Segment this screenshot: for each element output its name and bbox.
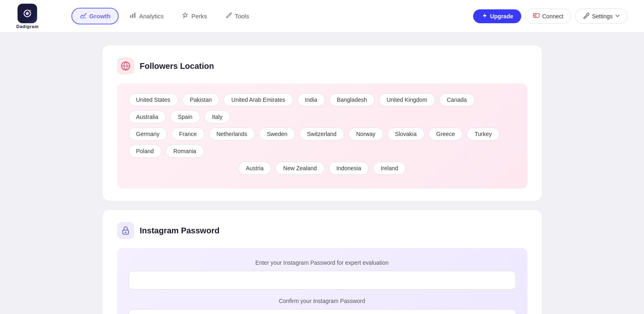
brand-name: Dadigram [16, 24, 39, 29]
location-tag[interactable]: Norway [348, 127, 383, 141]
chart-line-icon [80, 12, 87, 20]
nav-item-growth[interactable]: Growth [71, 8, 119, 24]
settings-label: Settings [592, 13, 613, 20]
location-tag[interactable]: Ireland [373, 162, 406, 175]
svg-rect-20 [125, 232, 126, 233]
nav-analytics-label: Analytics [139, 13, 164, 20]
location-tag[interactable]: Germany [128, 127, 168, 141]
location-tag[interactable]: Slovakia [387, 127, 425, 141]
nav-tools-label: Tools [235, 13, 249, 20]
password-card-icon [117, 222, 134, 239]
password-container: Enter your Instagram Password for expert… [117, 248, 527, 314]
lightning-icon [481, 13, 487, 20]
location-tag[interactable]: Pakistan [182, 93, 220, 106]
location-tag[interactable]: Netherlands [209, 127, 255, 141]
countries-row-2: GermanyFranceNetherlandsSwedenSwitzerlan… [128, 127, 516, 158]
settings-button[interactable]: Settings [575, 9, 628, 24]
svg-rect-10 [132, 14, 133, 18]
nav-item-analytics[interactable]: Analytics [122, 9, 171, 24]
followers-location-card: Followers Location United StatesPakistan… [102, 45, 542, 201]
location-tag[interactable]: Switzerland [299, 127, 344, 141]
logo[interactable]: Dadigram [16, 4, 39, 29]
main-content: Followers Location United StatesPakistan… [94, 45, 551, 314]
star-icon [181, 12, 189, 20]
nav-perks-label: Perks [191, 13, 207, 20]
location-tag[interactable]: Bangladesh [329, 93, 375, 106]
nav-items: Growth Analytics Perks [71, 8, 474, 24]
password-input-1[interactable] [128, 271, 516, 290]
svg-rect-11 [134, 13, 135, 18]
password-label-1: Enter your Instagram Password for expert… [128, 259, 516, 266]
nav-item-perks[interactable]: Perks [174, 9, 214, 24]
nav-item-tools[interactable]: Tools [218, 9, 257, 24]
location-container: United StatesPakistanUnited Arab Emirate… [117, 83, 527, 189]
instagram-password-header: Instagram Password [117, 222, 527, 239]
location-tag[interactable]: France [171, 127, 205, 141]
location-tag[interactable]: Canada [439, 93, 475, 106]
wrench-icon [583, 12, 589, 20]
countries-row-1: United StatesPakistanUnited Arab Emirate… [128, 93, 516, 123]
svg-point-2 [26, 12, 29, 15]
countries-row-3: AustriaNew ZealandIndonesiaIreland [128, 162, 516, 175]
location-tag[interactable]: Indonesia [329, 162, 369, 175]
tools-icon [225, 12, 232, 20]
password-label-2: Confirm your Instagram Password [128, 298, 516, 304]
followers-location-header: Followers Location [117, 57, 527, 75]
location-tag[interactable]: United Kingdom [379, 93, 435, 106]
upgrade-button[interactable]: Upgrade [473, 9, 521, 23]
location-tag[interactable]: Spain [170, 110, 200, 123]
svg-rect-9 [130, 15, 131, 18]
nav-right: Upgrade Connect Settings [473, 9, 628, 24]
upgrade-label: Upgrade [490, 13, 513, 20]
location-tag[interactable]: Greece [429, 127, 463, 141]
location-tag[interactable]: Turkey [467, 127, 499, 141]
bar-chart-icon [129, 12, 137, 20]
connect-label: Connect [542, 13, 563, 20]
location-tag[interactable]: United Arab Emirates [224, 93, 293, 106]
location-tag[interactable]: New Zealand [275, 162, 325, 175]
followers-location-title: Followers Location [140, 61, 214, 71]
location-card-icon [117, 57, 134, 75]
instagram-password-title: Instagram Password [140, 226, 220, 235]
instagram-password-card: Instagram Password Enter your Instagram … [102, 209, 542, 314]
nav-growth-label: Growth [89, 13, 111, 20]
location-tag[interactable]: United States [128, 93, 178, 106]
location-tag[interactable]: Italy [204, 110, 230, 123]
location-tag[interactable]: Poland [128, 145, 162, 158]
location-tag[interactable]: Austria [238, 162, 272, 175]
password-input-2[interactable] [128, 309, 516, 314]
chevron-down-icon [615, 13, 620, 20]
connect-button[interactable]: Connect [525, 9, 571, 24]
svg-point-3 [29, 10, 31, 11]
location-tag[interactable]: Australia [128, 110, 166, 123]
location-tag[interactable]: Sweden [259, 127, 295, 141]
navbar: Dadigram Growth Analytics [0, 0, 644, 33]
location-tag[interactable]: Romania [166, 145, 204, 158]
location-tag[interactable]: India [297, 93, 325, 106]
logo-icon [18, 4, 37, 23]
connect-icon [533, 12, 540, 20]
